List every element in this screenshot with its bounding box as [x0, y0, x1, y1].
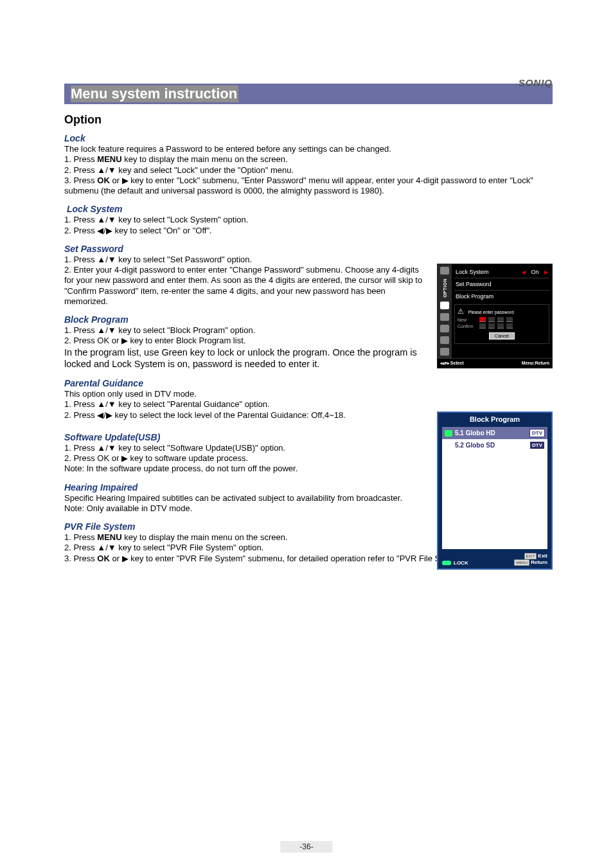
set-password-step2: 2. Enter your 4-digit password to enter … — [64, 265, 424, 307]
green-key-icon — [442, 561, 451, 565]
password-slot[interactable] — [506, 317, 513, 322]
option-heading: Option — [64, 113, 553, 127]
lock-step1: 1. Press MENU key to display the main me… — [64, 154, 553, 165]
lock-system-step2: 2. Press ◀/▶ key to select "On" or "Off"… — [64, 226, 553, 236]
new-password-line: New — [458, 317, 546, 322]
block-program-para: In the program list, use Green key to lo… — [64, 347, 424, 371]
block-program-step1: 1. Press ▲/▼ key to select "Block Progra… — [64, 325, 424, 336]
pvr-step1-a: 1. Press — [64, 532, 97, 542]
set-password-title: Set Password — [64, 244, 424, 254]
password-slot[interactable] — [479, 323, 486, 329]
tab-icon[interactable] — [440, 267, 449, 275]
lock-step1-a: 1. Press — [64, 154, 97, 164]
block-program-step2: 2. Press OK or ▶ key to enter Block Prog… — [64, 336, 424, 346]
osd-tab-strip: OPTION — [438, 264, 452, 358]
lock-step3-b: or ▶ key to enter "Lock" submenu, "Enter… — [64, 176, 533, 195]
section-banner: Menu system instruction — [64, 84, 553, 104]
program-row[interactable]: 5.1 Globo HD DTV — [442, 427, 547, 439]
row-label: Lock System — [456, 269, 489, 275]
section-set-password: Set Password 1. Press ▲/▼ key to select … — [64, 244, 424, 307]
set-password-step1: 1. Press ▲/▼ key to select "Set Password… — [64, 255, 424, 265]
menu-row-lock-system[interactable]: Lock System ◀ On ▶ — [454, 267, 549, 277]
menu-row-set-password[interactable]: Set Password — [454, 279, 549, 289]
menu-key-icon: MENU — [514, 559, 529, 566]
ok-key-label: OK — [97, 554, 110, 563]
footer-menu-return: Menu:Return — [522, 361, 549, 366]
tab-icon[interactable] — [440, 313, 449, 321]
block-program-title: Block Program — [64, 314, 424, 325]
password-slot[interactable] — [479, 317, 486, 322]
tab-label-option: OPTION — [443, 278, 447, 298]
lock-system-title: Lock System — [64, 204, 553, 214]
warning-icon: ⚠ — [458, 307, 464, 316]
section-block-program: Block Program 1. Press ▲/▼ key to select… — [64, 314, 424, 370]
menu-key-label: MENU — [97, 154, 121, 164]
left-arrow-icon[interactable]: ◀ — [522, 269, 526, 275]
lock-step3: 3. Press OK or ▶ key to enter "Lock" sub… — [64, 176, 553, 197]
section-lock: Lock The lock feature requires a Passwor… — [64, 133, 553, 196]
new-label: New — [458, 318, 477, 322]
lock-title: Lock — [64, 133, 553, 143]
confirm-label: Confirm — [458, 324, 477, 329]
dtv-badge: DTV — [529, 441, 545, 449]
osd2-footer: LOCK EXIT Exit MENU Return — [438, 550, 551, 568]
osd-option-lock: OPTION Lock System ◀ On ▶ S — [437, 264, 553, 368]
row-label: Set Password — [456, 281, 492, 287]
row-label: Block Program — [456, 293, 493, 300]
dialog-message: Please enter password — [468, 310, 514, 314]
tab-icon[interactable] — [440, 348, 449, 356]
osd-block-program: Block Program 5.1 Globo HD DTV 5.2 Globo… — [437, 411, 553, 570]
program-list: 5.1 Globo HD DTV 5.2 Globo SD DTV — [442, 427, 547, 549]
password-slot[interactable] — [497, 323, 504, 329]
lock-intro: The lock feature requires a Password to … — [64, 144, 553, 154]
menu-key-label: MENU — [97, 532, 121, 542]
exit-label: Exit — [538, 553, 547, 559]
program-name: 5.2 Globo SD — [452, 442, 529, 449]
osd2-title: Block Program — [438, 413, 551, 426]
lock-label: LOCK — [454, 560, 468, 566]
pvr-step3-a: 3. Press — [64, 554, 97, 563]
lock-step2: 2. Press ▲/▼ key and select "Lock" under… — [64, 165, 553, 176]
lock-step3-a: 3. Press — [64, 176, 97, 185]
right-arrow-icon[interactable]: ▶ — [544, 269, 548, 275]
parental-title: Parental Guidance — [64, 378, 553, 388]
nav-arrows-icon: ◂ ▴▾ ▸ — [440, 361, 449, 365]
program-row[interactable]: 5.2 Globo SD DTV — [442, 439, 547, 451]
password-slot[interactable] — [506, 323, 513, 329]
cancel-button[interactable]: Cancel — [489, 332, 515, 339]
password-dialog: ⚠ Please enter password New Confirm — [454, 304, 549, 344]
password-slot[interactable] — [497, 317, 504, 322]
parental-step1: 1. Press ▲/▼ key to select "Parental Gui… — [64, 399, 553, 410]
return-label: Return — [531, 559, 547, 565]
parental-line0: This option only used in DTV mode. — [64, 389, 553, 399]
dtv-badge: DTV — [529, 429, 545, 437]
menu-row-block-program[interactable]: Block Program — [454, 291, 549, 302]
password-slot[interactable] — [488, 317, 495, 322]
confirm-password-line: Confirm — [458, 323, 546, 329]
program-name: 5.1 Globo HD — [452, 429, 529, 437]
password-slot[interactable] — [488, 323, 495, 329]
lock-step1-b: key to display the main menu on the scre… — [122, 154, 288, 164]
brand-logo: SONIQ — [519, 77, 553, 88]
footer-select: Select — [450, 361, 464, 365]
pvr-step1-b: key to display the main menu on the scre… — [122, 532, 288, 542]
row-value: On — [531, 269, 538, 275]
page-number: -36- — [280, 841, 332, 853]
lock-system-step1: 1. Press ▲/▼ key to select "Lock System"… — [64, 215, 553, 225]
tab-icon[interactable] — [440, 325, 449, 332]
ok-key-label: OK — [97, 176, 110, 185]
osd-footer: ◂ ▴▾ ▸ Select Menu:Return — [438, 358, 552, 368]
section-lock-system: Lock System 1. Press ▲/▼ key to select "… — [64, 204, 553, 236]
tab-icon[interactable] — [440, 302, 449, 309]
tab-icon[interactable] — [440, 336, 449, 344]
banner-text: Menu system instruction — [71, 86, 238, 102]
exit-key-icon: EXIT — [524, 553, 537, 559]
swap-icon — [445, 430, 452, 437]
